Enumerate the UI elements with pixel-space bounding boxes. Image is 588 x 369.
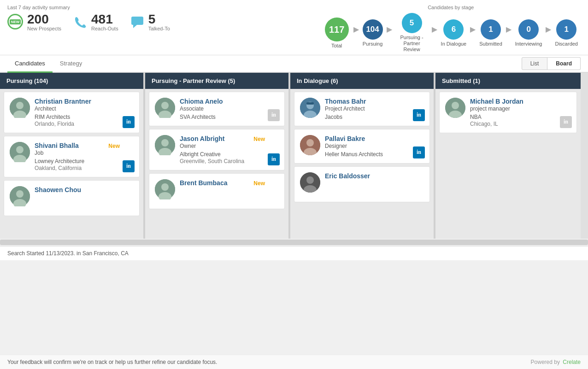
new-prospects-icon: NEW bbox=[7, 14, 24, 30]
candidate-name: Michael B Jordan bbox=[470, 98, 571, 105]
avatar bbox=[10, 142, 30, 162]
card-eric-baldosser[interactable]: Eric Baldosser bbox=[294, 166, 430, 202]
stage-interviewing: 0 Interviewing bbox=[512, 19, 545, 47]
candidate-title: Job bbox=[35, 150, 115, 156]
candidate-name: Eric Baldosser bbox=[325, 172, 370, 180]
candidate-title: Project Architect bbox=[325, 105, 424, 112]
card-info: Christian Brantner Architect RIM Archite… bbox=[35, 98, 134, 127]
footer-bar: Search Started 11/13/2023. in San Franci… bbox=[0, 246, 588, 260]
stage-pursuing: 104 Pursuing bbox=[360, 19, 386, 47]
tabs: Candidates Strategy bbox=[7, 55, 89, 72]
candidate-company: Albright Creative bbox=[180, 151, 260, 158]
avatar bbox=[10, 186, 30, 206]
new-badge: New bbox=[253, 180, 265, 187]
linkedin-button-gray[interactable]: in bbox=[560, 116, 572, 128]
phone-icon bbox=[72, 14, 88, 30]
new-badge: New bbox=[108, 143, 120, 149]
stage-total: 117 Total bbox=[321, 18, 353, 48]
candidate-location: Greenville, South Carolina bbox=[180, 158, 260, 164]
avatar bbox=[10, 98, 30, 118]
new-prospects-number: 200 bbox=[27, 13, 61, 26]
candidate-name: Thomas Bahr bbox=[325, 98, 424, 105]
reach-outs-number: 481 bbox=[91, 13, 118, 26]
pipeline-arrow-6: ▶ bbox=[546, 25, 551, 34]
card-info: Pallavi Bakre Designer Heller Manus Arch… bbox=[325, 135, 424, 158]
card-chioma-anelo[interactable]: Chioma Anelo Associate SVA Architects in bbox=[149, 92, 285, 126]
svg-point-28 bbox=[306, 176, 314, 184]
card-thomas-bahr[interactable]: Thomas Bahr Project Architect Jacobs in bbox=[294, 92, 430, 126]
stage-partner-label: Pursuing - Partner Review bbox=[396, 35, 428, 53]
stage-total-label: Total bbox=[325, 43, 349, 48]
stage-submitted-label: Submitted bbox=[479, 41, 502, 47]
svg-point-18 bbox=[161, 183, 169, 191]
card-info: Shaowen Chou bbox=[35, 186, 81, 193]
candidate-title: Associate bbox=[180, 105, 279, 112]
column-partner-review-header: Pursuing - Partner Review (5) bbox=[145, 73, 288, 89]
board-area: Pursuing (104) Christian Brantner Archit… bbox=[0, 73, 588, 239]
new-prospects-label: New Prospects bbox=[27, 26, 61, 31]
card-info: Eric Baldosser bbox=[325, 172, 370, 180]
avatar bbox=[300, 172, 320, 193]
candidate-location: Orlando, Florida bbox=[35, 121, 134, 127]
svg-point-9 bbox=[16, 190, 24, 198]
stage-in-dialogue: 6 In Dialogue bbox=[438, 19, 470, 47]
candidate-company: NBA bbox=[470, 114, 571, 120]
pipeline-arrow-4: ▶ bbox=[470, 25, 476, 34]
card-shivani-bhalla[interactable]: Shivani Bhalla Job Lowney Architecture O… bbox=[4, 136, 140, 177]
tab-candidates[interactable]: Candidates bbox=[7, 55, 53, 73]
candidate-location: Oakland, California bbox=[35, 165, 115, 171]
candidate-company: RIM Architects bbox=[35, 114, 134, 120]
talked-to-label: Talked-To bbox=[148, 26, 170, 31]
candidate-company: Heller Manus Architects bbox=[325, 151, 424, 158]
new-badge: New bbox=[253, 136, 265, 142]
pipeline-arrow-2: ▶ bbox=[387, 25, 392, 34]
card-shaowen-chou[interactable]: Shaowen Chou bbox=[4, 180, 140, 216]
candidate-title: Architect bbox=[35, 105, 134, 112]
avatar bbox=[155, 135, 175, 155]
reach-outs-label: Reach-Outs bbox=[91, 26, 118, 31]
stage-dialogue-bubble: 6 bbox=[443, 19, 464, 40]
column-submitted-header: Submitted (1) bbox=[435, 73, 581, 89]
pipeline-label: Candidates by stage bbox=[321, 5, 581, 10]
tab-strategy[interactable]: Strategy bbox=[53, 55, 89, 73]
card-christian-brantner[interactable]: Christian Brantner Architect RIM Archite… bbox=[4, 92, 140, 133]
svg-point-25 bbox=[306, 139, 314, 146]
board-view-button[interactable]: Board bbox=[547, 57, 581, 70]
column-pursuing: Pursuing (104) Christian Brantner Archit… bbox=[0, 73, 145, 239]
new-prospects-stat: NEW 200 New Prospects bbox=[7, 13, 61, 31]
linkedin-button[interactable]: in bbox=[268, 153, 280, 165]
svg-marker-1 bbox=[133, 25, 137, 28]
candidate-title: Owner bbox=[180, 143, 260, 149]
svg-point-31 bbox=[452, 102, 459, 109]
candidate-company: SVA Architects bbox=[180, 114, 279, 120]
linkedin-button-gray[interactable]: in bbox=[268, 109, 280, 121]
card-brent-bumbaca[interactable]: Brent Bumbaca New bbox=[149, 173, 285, 209]
candidate-title: Designer bbox=[325, 143, 424, 149]
candidate-name: Shivani Bhalla bbox=[35, 142, 115, 149]
linkedin-button[interactable]: in bbox=[413, 109, 425, 121]
list-view-button[interactable]: List bbox=[522, 57, 548, 70]
linkedin-button[interactable]: in bbox=[123, 116, 135, 128]
card-info: Chioma Anelo Associate SVA Architects bbox=[180, 98, 279, 120]
scrollbar-area[interactable] bbox=[0, 240, 588, 245]
avatar bbox=[155, 98, 175, 118]
column-pursuing-header: Pursuing (104) bbox=[0, 73, 143, 89]
stage-partner-review: 5 Pursuing - Partner Review bbox=[393, 13, 431, 53]
svg-point-12 bbox=[161, 102, 169, 109]
candidate-name: Chioma Anelo bbox=[180, 98, 279, 105]
talked-to-stat: 5 Talked-To bbox=[129, 13, 170, 31]
card-pallavi-bakre[interactable]: Pallavi Bakre Designer Heller Manus Arch… bbox=[294, 129, 430, 164]
chat-icon bbox=[129, 14, 145, 30]
card-jason-albright[interactable]: Jason Albright Owner Albright Creative G… bbox=[149, 129, 285, 170]
candidate-name: Jason Albright bbox=[180, 135, 260, 142]
linkedin-button[interactable]: in bbox=[413, 146, 425, 158]
linkedin-button[interactable]: in bbox=[123, 160, 135, 172]
tabs-bar: Candidates Strategy List Board bbox=[0, 55, 588, 73]
candidate-title: project manager bbox=[470, 105, 571, 112]
card-michael-jordan[interactable]: Michael B Jordan project manager NBA Chi… bbox=[439, 92, 577, 133]
top-bar: Last 7 day activity summary NEW 200 New … bbox=[0, 0, 588, 55]
column-in-dialogue-header: In Dialogue (6) bbox=[290, 73, 434, 89]
candidate-company: Lowney Architecture bbox=[35, 158, 115, 164]
stage-pursuing-label: Pursuing bbox=[363, 41, 383, 47]
summary-label: Last 7 day activity summary bbox=[7, 5, 170, 10]
